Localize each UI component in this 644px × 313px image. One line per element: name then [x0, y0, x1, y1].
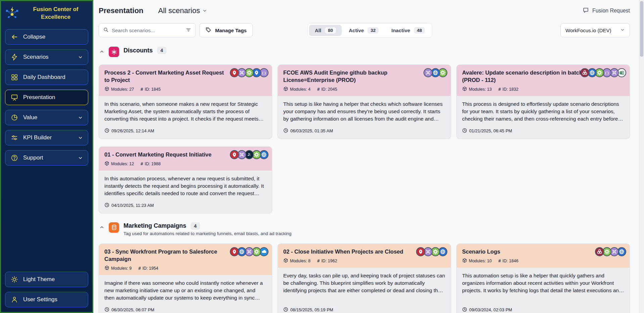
tab-label: All — [315, 28, 321, 33]
main-area: Presentation All scenarios Fusion Reques… — [93, 0, 644, 313]
sidebar-item-support[interactable]: Support — [5, 150, 88, 166]
card-grid: 03 - Sync Workfront Program to Salesforc… — [99, 243, 630, 313]
clock-icon — [104, 307, 109, 313]
scenario-scope-dropdown[interactable]: All scenarios — [158, 6, 207, 15]
card-body: This setup is like having a helper that … — [278, 96, 451, 138]
scenario-id: #ID: 1988 — [141, 161, 161, 166]
scenario-card[interactable]: FCOE AWS Audit Engine github backup Lice… — [278, 64, 451, 139]
hash-icon: # — [138, 266, 141, 271]
filter-icon[interactable] — [186, 27, 191, 34]
section-collapse-button[interactable] — [99, 49, 104, 55]
tab-active[interactable]: Active32 — [343, 25, 384, 36]
vertical-scrollbar[interactable] — [639, 0, 644, 313]
hash-icon: # — [317, 258, 319, 263]
modules-count: Modules: 4 — [283, 86, 310, 92]
sidebar-item-daily-dashboard[interactable]: Daily Dashboard — [5, 70, 88, 85]
section-title: Discounts — [123, 47, 153, 54]
fusion-request-link[interactable]: Fusion Request — [583, 7, 630, 15]
scenario-timestamp: 09/03/2024, 02:03 PM — [462, 302, 624, 313]
card-body: This automation setup is like a helper t… — [457, 268, 630, 313]
card-header: FCOE AWS Audit Engine github backup Lice… — [278, 65, 451, 96]
modules-count: Modules: 12 — [104, 161, 134, 167]
scenario-card[interactable]: Process 2 - Convert Marketing Asset Requ… — [99, 64, 272, 139]
module-icon-cluster — [418, 247, 447, 256]
sidebar-item-label: Presentation — [23, 94, 55, 101]
svg-text:x: x — [620, 72, 622, 74]
module-icon-cluster: J: — [232, 150, 268, 159]
page-title: Presentation — [99, 6, 143, 15]
card-header: Scenario LogsModules: 10#ID: 1846 — [457, 244, 630, 268]
sidebar-item-value[interactable]: Value — [5, 110, 88, 125]
workfront-red-module-icon — [230, 150, 239, 159]
clock-icon — [104, 203, 109, 209]
chevron-down-icon — [202, 6, 207, 15]
card-meta: Modules: 27#ID: 1845 — [104, 86, 266, 92]
lightning-icon — [10, 53, 18, 61]
knot-module-icon — [595, 247, 604, 256]
scenario-timestamp: 08/15/2025, 05:19 PM — [283, 302, 445, 313]
sidebar-item-kpi-builder[interactable]: KPI Builder — [5, 130, 88, 145]
module-icon-cluster: { } — [232, 68, 268, 77]
section-title: Marketing Campaigns — [123, 222, 186, 229]
cube-icon — [283, 258, 288, 264]
scenario-timestamp: 04/10/2025, 11:23 AM — [104, 197, 266, 209]
app-title: Fusion Center of Excellence — [23, 6, 88, 21]
modules-count: Modules: 10 — [462, 258, 492, 264]
presentation-icon — [10, 93, 18, 101]
tab-label: Inactive — [391, 28, 410, 33]
card-header: 02 - Close Initiative When Projects are … — [278, 244, 451, 268]
modules-count: Modules: 9 — [104, 265, 132, 271]
scenario-card[interactable]: 02 - Close Initiative When Projects are … — [278, 243, 451, 313]
sparkle-tag-icon — [109, 47, 119, 57]
sidebar-item-label: Value — [23, 114, 37, 121]
manage-tags-button[interactable]: Manage Tags — [199, 23, 253, 37]
user-icon — [10, 296, 18, 304]
scenario-card[interactable]: 01 - Convert Marketing Request Initiativ… — [99, 146, 272, 213]
knot-module-icon — [580, 68, 589, 77]
environment-select[interactable]: WorkFocus.io (DEV) — [560, 23, 630, 37]
card-header: Process 2 - Convert Marketing Asset Requ… — [99, 65, 272, 96]
module-icon-cluster — [597, 247, 626, 256]
sidebar-item-label: Daily Dashboard — [23, 74, 65, 81]
scrollbar-thumb[interactable] — [640, 1, 643, 57]
cube-icon — [104, 86, 109, 92]
clock-icon — [104, 128, 109, 134]
sidebar-item-scenarios[interactable]: Scenarios — [5, 49, 88, 65]
scenario-card[interactable]: 03 - Sync Workfront Program to Salesforc… — [99, 243, 272, 313]
module-icon-cluster — [232, 247, 268, 256]
module-icon-cluster: { }x — [582, 68, 626, 77]
card-header: Avalere: Update scenario description in … — [457, 65, 630, 96]
sidebar-item-presentation[interactable]: Presentation — [5, 90, 88, 105]
search-input[interactable] — [112, 28, 183, 33]
sidebar: Fusion Center of Excellence CollapseScen… — [0, 0, 93, 313]
search-icon — [103, 27, 109, 34]
network-logo-icon — [4, 6, 20, 21]
sidebar-item-user-settings[interactable]: User Settings — [5, 292, 88, 307]
scenario-filter-tabs: All80Active32Inactive48 — [307, 23, 432, 38]
card-meta: Modules: 13#ID: 1832 — [462, 86, 624, 92]
scenario-description: In this scenario, when someone makes a n… — [104, 100, 266, 123]
scenario-card[interactable]: Scenario LogsModules: 10#ID: 1846This au… — [456, 243, 630, 313]
section-subtitle: Tag used for automations related to mark… — [123, 231, 292, 236]
clock-icon — [462, 128, 467, 134]
scenario-id: #ID: 1832 — [498, 87, 518, 92]
sidebar-item-collapse[interactable]: Collapse — [5, 29, 88, 45]
sidebar-item-light-theme[interactable]: Light Theme — [5, 272, 88, 287]
database-tag-icon — [109, 222, 119, 233]
card-body: In this automation process, whenever a n… — [99, 171, 272, 213]
section-collapse-button[interactable] — [99, 225, 104, 231]
scenario-card[interactable]: Avalere: Update scenario description in … — [456, 64, 630, 139]
scenario-id: #ID: 1954 — [138, 266, 158, 271]
scenario-title: FCOE AWS Audit Engine github backup Lice… — [283, 69, 445, 84]
tab-all[interactable]: All80 — [309, 25, 342, 36]
card-meta: Modules: 8#ID: 1962 — [283, 258, 445, 264]
scenario-id: #ID: 1845 — [141, 87, 161, 92]
cube-icon — [462, 258, 467, 264]
tab-inactive[interactable]: Inactive48 — [386, 25, 431, 36]
section-count-badge: 4 — [191, 222, 200, 230]
workfront-red-module-icon — [416, 247, 425, 256]
chevron-down-icon — [78, 155, 83, 161]
cube-icon — [104, 265, 109, 271]
clock-icon — [283, 307, 288, 313]
card-body: Imagine if there was someone who could i… — [99, 275, 272, 313]
